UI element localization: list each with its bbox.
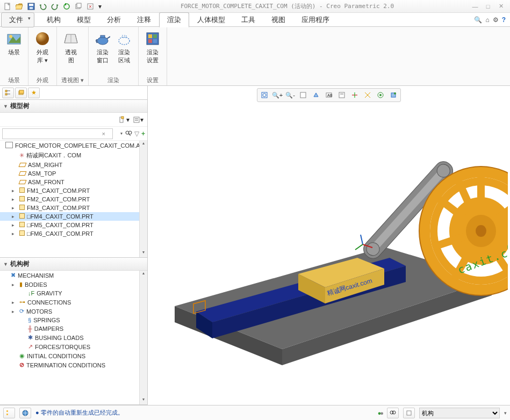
filter-dropdown-icon[interactable]: ▾ bbox=[504, 410, 507, 416]
mechanism-tree[interactable]: ✖MECHANISM▸▮BODIES↓FGRAVITY▸⊶CONNECTIONS… bbox=[0, 271, 147, 405]
redo-icon[interactable] bbox=[49, 2, 60, 11]
new-icon[interactable] bbox=[2, 2, 13, 11]
expand-icon[interactable]: ▸ bbox=[12, 214, 17, 219]
search-input[interactable] bbox=[2, 128, 113, 139]
close-icon[interactable]: ✕ bbox=[497, 3, 505, 10]
tree-item[interactable]: ▸▮BODIES bbox=[0, 280, 147, 289]
tree-item[interactable]: ▸⟳MOTORS bbox=[0, 307, 147, 316]
status-browser-icon[interactable] bbox=[19, 408, 31, 418]
tree-item[interactable]: ↓FGRAVITY bbox=[0, 289, 147, 298]
ribbon-button-teapot-blue[interactable]: 渲染 窗口 bbox=[93, 29, 112, 64]
model-tree[interactable]: FORCE_MOTOR_COMPLETE_CAXIT_COM.ASM✳精诚网CA… bbox=[0, 141, 147, 258]
search-dropdown-icon[interactable]: ▾ bbox=[120, 131, 123, 136]
find-icon[interactable] bbox=[125, 130, 132, 137]
tree-item[interactable]: ▸⊶CONNECTIONS bbox=[0, 298, 147, 307]
minimize-icon[interactable]: — bbox=[471, 3, 479, 10]
expand-icon[interactable]: ▸ bbox=[12, 197, 17, 202]
menu-tab-8[interactable]: 应用程序 bbox=[293, 12, 337, 27]
display-style-icon[interactable] bbox=[310, 90, 322, 100]
layers-tab-icon[interactable] bbox=[15, 88, 27, 98]
menu-tab-6[interactable]: 工具 bbox=[233, 12, 263, 27]
zoom-in-icon[interactable]: 🔍+ bbox=[271, 90, 283, 100]
show-dropdown-icon[interactable]: ▾ bbox=[132, 114, 144, 125]
svg-rect-26 bbox=[153, 39, 157, 43]
save-icon[interactable] bbox=[26, 2, 37, 11]
repaint-icon[interactable] bbox=[297, 90, 309, 100]
tree-item[interactable]: ↗FORCES/TORQUES bbox=[0, 342, 147, 351]
menu-tab-1[interactable]: 模型 bbox=[69, 12, 99, 27]
tree-item[interactable]: ▸FM1_CAXIT_COM.PRT bbox=[0, 186, 147, 195]
refit-icon[interactable] bbox=[258, 90, 270, 100]
tree-item[interactable]: ▸□FM6_CAXIT_COM.PRT bbox=[0, 229, 147, 238]
menu-tab-4[interactable]: 渲染 bbox=[159, 12, 189, 27]
menu-tab-7[interactable]: 视图 bbox=[263, 12, 293, 27]
favorites-tab-icon[interactable]: ★ bbox=[28, 88, 40, 98]
mechanism-tree-header[interactable]: ▼机构树 bbox=[0, 258, 147, 271]
ribbon-button-settings-tile[interactable]: 渲染 设置 bbox=[143, 29, 162, 64]
tree-item[interactable]: ◉INITIAL CONDITIONS bbox=[0, 351, 147, 360]
annotation-display-icon[interactable] bbox=[362, 90, 373, 100]
tree-item[interactable]: FORCE_MOTOR_COMPLETE_CAXIT_COM.ASM bbox=[0, 141, 147, 150]
menu-tab-2[interactable]: 分析 bbox=[99, 12, 129, 27]
tree-item[interactable]: ▸□FM5_CAXIT_COM.PRT bbox=[0, 221, 147, 229]
home-icon[interactable]: ⌂ bbox=[485, 16, 489, 24]
filter-icon[interactable]: ▽ bbox=[134, 130, 139, 137]
tree-item[interactable]: ▸FM2_CAXIT_COM.PRT bbox=[0, 195, 147, 204]
file-menu[interactable]: 文件 bbox=[1, 12, 34, 27]
find-button-icon[interactable] bbox=[387, 408, 399, 418]
scrollbar[interactable]: ▴▾ bbox=[139, 141, 147, 257]
regen-icon[interactable] bbox=[61, 2, 72, 11]
ribbon-button-sphere[interactable]: 外观 库 ▾ bbox=[33, 29, 52, 64]
ribbon-button-scene[interactable]: 场景 bbox=[4, 29, 24, 56]
undo-icon[interactable] bbox=[38, 2, 48, 11]
tree-item[interactable]: ✳精诚网CAXIT．COM bbox=[0, 150, 147, 161]
datum-display-icon[interactable] bbox=[349, 90, 361, 100]
search-help-icon[interactable]: 🔍 bbox=[474, 16, 482, 24]
menu-tab-0[interactable]: 机构 bbox=[39, 12, 69, 27]
menu-tab-3[interactable]: 注释 bbox=[129, 12, 159, 27]
close-window-icon[interactable]: × bbox=[85, 2, 96, 11]
tree-tab-icon[interactable] bbox=[2, 88, 14, 98]
status-tree-icon[interactable] bbox=[3, 408, 15, 418]
tree-item[interactable]: ✱BUSHING LOADS bbox=[0, 333, 147, 342]
model-tree-header[interactable]: ▼模型树 bbox=[0, 100, 147, 113]
svg-point-95 bbox=[392, 411, 396, 414]
mechanism-icon2[interactable] bbox=[387, 90, 399, 100]
expand-icon[interactable]: ▸ bbox=[12, 309, 17, 314]
tree-item[interactable]: ▸□FM4_CAXIT_COM.PRT bbox=[0, 212, 147, 221]
selection-filter-icon[interactable] bbox=[403, 408, 415, 418]
expand-icon[interactable]: ▸ bbox=[12, 231, 17, 236]
3d-viewport[interactable]: 🔍+ 🔍- AB bbox=[148, 86, 510, 405]
tree-item[interactable]: ASM_FRONT bbox=[0, 178, 147, 186]
open-icon[interactable] bbox=[14, 2, 25, 11]
zoom-out-icon[interactable]: 🔍- bbox=[284, 90, 296, 100]
help-icon[interactable]: ? bbox=[502, 16, 506, 24]
svg-text:×: × bbox=[89, 4, 92, 10]
tree-item[interactable]: ╫DAMPERS bbox=[0, 324, 147, 333]
tree-item[interactable]: ASM_TOP bbox=[0, 169, 147, 178]
tree-item[interactable]: ▸FM3_CAXIT_COM.PRT bbox=[0, 204, 147, 212]
options-icon[interactable]: ⚙ bbox=[493, 16, 499, 24]
windows-icon[interactable] bbox=[73, 2, 84, 11]
tree-item[interactable]: ASM_RIGHT bbox=[0, 161, 147, 169]
saved-view-icon[interactable]: AB bbox=[323, 90, 335, 100]
settings-dropdown-icon[interactable]: ▾ bbox=[118, 114, 130, 125]
menu-tab-5[interactable]: 人体模型 bbox=[189, 12, 233, 27]
expand-icon[interactable]: ▸ bbox=[12, 188, 17, 193]
mechanism-icon1[interactable] bbox=[375, 90, 386, 100]
qat-dropdown-icon[interactable]: ▾ bbox=[97, 2, 103, 11]
maximize-icon[interactable]: □ bbox=[484, 3, 492, 10]
scrollbar[interactable]: ▴▾ bbox=[139, 271, 147, 404]
view-manager-icon[interactable] bbox=[336, 90, 348, 100]
ribbon-button-perspective[interactable]: 透视 图 bbox=[61, 29, 81, 64]
expand-icon[interactable]: ▸ bbox=[12, 222, 17, 228]
tree-item[interactable]: ✖MECHANISM bbox=[0, 271, 147, 280]
tree-item[interactable]: ⊘TERMINATION CONDITIONS bbox=[0, 360, 147, 370]
expand-icon[interactable]: ▸ bbox=[12, 300, 17, 305]
tree-item[interactable]: §SPRINGS bbox=[0, 316, 147, 324]
ribbon-button-teapot-outline[interactable]: 渲染 区域 bbox=[114, 29, 134, 64]
filter-selector[interactable]: 机构 bbox=[419, 408, 500, 418]
expand-icon[interactable]: ▸ bbox=[12, 282, 17, 287]
add-icon[interactable]: + bbox=[141, 130, 145, 137]
expand-icon[interactable]: ▸ bbox=[12, 205, 17, 211]
